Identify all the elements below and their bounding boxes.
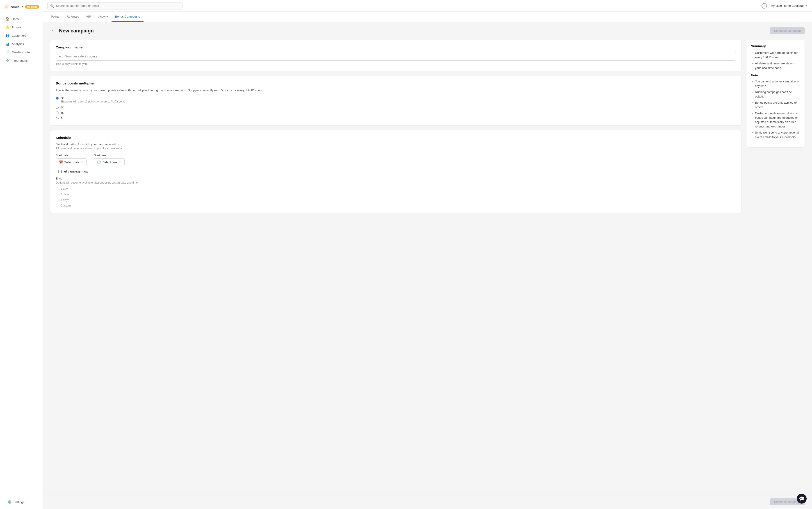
end-option-3days: 3 days xyxy=(56,198,736,202)
svg-point-1 xyxy=(5,6,6,6)
end-radio-custom xyxy=(56,204,59,207)
sidebar-item-label: Integrations xyxy=(12,59,28,62)
page-title-row: ← New campaign xyxy=(50,28,94,34)
sidebar-item-label: Customers xyxy=(12,34,26,37)
sidebar-item-label: Analytics xyxy=(12,42,24,46)
chat-icon: 💬 xyxy=(799,496,805,501)
back-button[interactable]: ← xyxy=(50,28,56,34)
sidebar-item-label: Home xyxy=(12,18,20,21)
tabs-bar: Points Referrals VIP Activity Bonus Camp… xyxy=(43,12,812,22)
end-label-3days: 3 days xyxy=(60,198,69,202)
sidebar-item-integrations[interactable]: 🔗 Integrations xyxy=(2,57,41,65)
svg-point-2 xyxy=(7,6,7,6)
note-item-3: Customer points earned during a bonus ca… xyxy=(755,111,800,129)
start-now-checkbox[interactable] xyxy=(56,170,59,173)
multiplier-radio-3x[interactable] xyxy=(56,106,59,109)
settings-icon: ⚙️ xyxy=(7,500,11,504)
sidebar-item-customers[interactable]: 👥 Customers xyxy=(2,32,41,40)
schedule-campaign-button-top[interactable]: Schedule campaign xyxy=(770,27,805,34)
end-note: Options will become available after choo… xyxy=(56,181,736,184)
forms-area: Campaign name This is only visible to yo… xyxy=(50,40,742,217)
tab-points[interactable]: Points xyxy=(47,12,63,22)
summary-title: Summary xyxy=(751,44,800,48)
analytics-icon: 📊 xyxy=(5,42,9,46)
sidebar-item-onsite-content[interactable]: 📄 On-site content xyxy=(2,48,41,56)
multiplier-option-2x[interactable]: 2x Shoppers will earn 10 points for ever… xyxy=(56,96,736,103)
content-wrapper: Campaign name This is only visible to yo… xyxy=(50,40,805,217)
page-header: ← New campaign Schedule campaign xyxy=(50,27,805,34)
sidebar-settings-label: Settings xyxy=(13,501,25,504)
help-icon[interactable]: ? xyxy=(761,3,767,8)
multiplier-option-4x[interactable]: 4x xyxy=(56,111,736,114)
tab-bonus-campaigns[interactable]: Bonus Campaigns xyxy=(111,12,143,22)
clock-icon: 🕐 xyxy=(97,160,101,164)
end-label-1day: 1 day xyxy=(60,187,68,190)
integrations-icon: 🔗 xyxy=(5,59,9,63)
header-right: ? My Little Home Boutique ▼ xyxy=(761,3,808,8)
sidebar-nav: 🏠 Home ⭐ Program 👥 Customers 📊 Analytics… xyxy=(0,13,42,495)
sidebar-item-home[interactable]: 🏠 Home xyxy=(2,15,41,23)
account-dropdown[interactable]: My Little Home Boutique ▼ xyxy=(771,4,808,7)
start-time-col: Start time 🕐 Select time ▼ xyxy=(94,154,125,166)
chevron-down-icon: ▼ xyxy=(119,161,121,164)
start-now-row[interactable]: Start campaign now xyxy=(56,170,736,173)
note-item-2: Bonus points are only applied to orders. xyxy=(755,100,800,109)
end-label-2days: 2 days xyxy=(60,193,69,196)
header: 🔍 ? My Little Home Boutique ▼ xyxy=(43,0,812,12)
sidebar-item-settings[interactable]: ⚙️ Settings xyxy=(4,498,39,506)
multiplier-radio-4x[interactable] xyxy=(56,111,59,114)
page-content: ← New campaign Schedule campaign Campaig… xyxy=(43,22,812,495)
end-option-2days: 2 days xyxy=(56,193,736,196)
multiplier-radio-5x[interactable] xyxy=(56,117,59,120)
multiplier-label-3x: 3x xyxy=(60,105,64,109)
summary-item-1: All dates and times are shown in your lo… xyxy=(755,61,800,70)
sidebar-item-label: On-site content xyxy=(12,51,32,54)
end-label-custom: Custom xyxy=(60,204,71,207)
multiplier-options: 2x Shoppers will earn 10 points for ever… xyxy=(56,96,736,120)
calendar-icon: 📅 xyxy=(59,160,63,164)
end-option-custom: Custom xyxy=(56,204,736,207)
schedule-card: Schedule Set the duration for which your… xyxy=(50,130,742,213)
note-item-1: Running campaigns can't be edited. xyxy=(755,90,800,99)
start-time-button[interactable]: 🕐 Select time ▼ xyxy=(94,158,125,166)
upgrade-badge[interactable]: Upgrade xyxy=(25,5,39,8)
page-title: New campaign xyxy=(59,28,94,34)
end-section: End: Options will become available after… xyxy=(56,177,736,207)
start-date-button[interactable]: 📅 Select date ▼ xyxy=(56,158,87,166)
sidebar-logo: smile.io Upgrade xyxy=(0,0,42,13)
schedule-description: Set the duration for which your campaign… xyxy=(56,142,736,146)
multiplier-radio-2x[interactable] xyxy=(56,97,59,100)
multiplier-option-5x[interactable]: 5x xyxy=(56,117,736,120)
search-bar[interactable]: 🔍 xyxy=(47,2,183,9)
end-radio-3days xyxy=(56,199,59,202)
end-radio-1day xyxy=(56,188,59,190)
end-option-1day: 1 day xyxy=(56,187,736,190)
start-time-label: Start time xyxy=(94,154,125,157)
account-name: My Little Home Boutique xyxy=(771,4,804,7)
chat-button[interactable]: 💬 xyxy=(797,494,807,504)
chevron-down-icon: ▼ xyxy=(81,161,84,164)
schedule-title: Schedule xyxy=(56,136,736,140)
campaign-name-title: Campaign name xyxy=(56,45,736,49)
schedule-date-time-row: Start date 📅 Select date ▼ Start time xyxy=(56,154,736,166)
tab-referrals[interactable]: Referrals xyxy=(63,12,83,22)
campaign-name-input[interactable] xyxy=(56,52,736,61)
summary-item-0: Customers will earn 10 points for every … xyxy=(755,51,800,60)
start-now-label: Start campaign now xyxy=(60,170,88,173)
multiplier-title: Bonus points multiplier xyxy=(56,81,736,86)
start-date-col: Start date 📅 Select date ▼ xyxy=(56,154,87,166)
multiplier-option-3x[interactable]: 3x xyxy=(56,105,736,109)
end-label: End: xyxy=(56,177,736,180)
multiplier-description: This is the value by which your current … xyxy=(56,88,736,93)
tab-activity[interactable]: Activity xyxy=(95,12,111,22)
sidebar-item-label: Program xyxy=(12,26,24,29)
customers-icon: 👥 xyxy=(5,34,9,38)
tab-vip[interactable]: VIP xyxy=(83,12,95,22)
search-input[interactable] xyxy=(56,4,180,7)
sidebar-item-analytics[interactable]: 📊 Analytics xyxy=(2,40,41,48)
onsite-icon: 📄 xyxy=(5,50,9,54)
home-icon: 🏠 xyxy=(5,17,9,21)
chevron-down-icon: ▼ xyxy=(805,4,808,7)
sidebar-item-program[interactable]: ⭐ Program xyxy=(2,23,41,31)
svg-point-0 xyxy=(4,4,9,9)
